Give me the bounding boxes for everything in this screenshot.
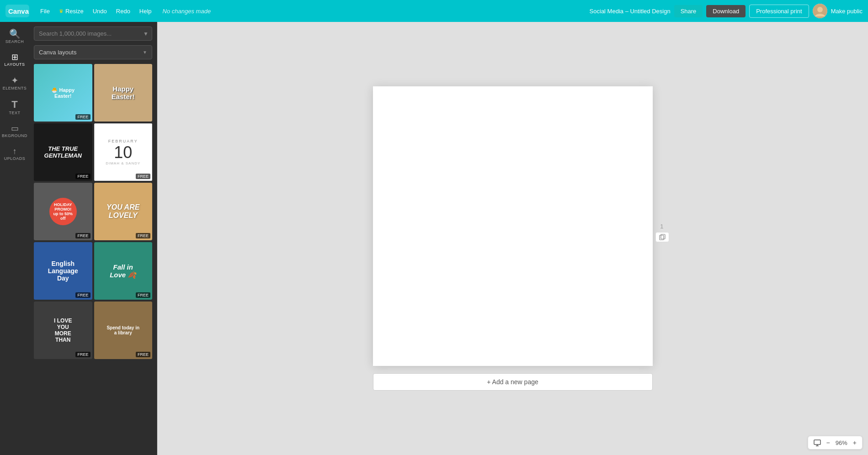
- uploads-icon: ↑: [13, 147, 17, 155]
- layout-filter-dropdown[interactable]: Canva layouts ▼: [34, 45, 152, 59]
- search-icon: 🔍: [9, 29, 21, 38]
- redo-button[interactable]: Redo: [112, 6, 134, 16]
- background-icon: ▭: [11, 124, 19, 132]
- template-english-day[interactable]: EnglishLanguageDay FREE: [34, 242, 92, 300]
- canvas-wrapper: 1 + Add a new page: [373, 86, 653, 391]
- save-status: No changes made: [163, 8, 211, 15]
- chevron-down-icon: ▼: [143, 50, 147, 55]
- zoom-level: 96%: [834, 439, 849, 446]
- templates-col-left: 🐣 HappyEaster! FREE THE TRUEGENTLEMAN FR…: [34, 64, 92, 450]
- project-title: Social Media – Untitled Design: [590, 8, 671, 15]
- free-badge: FREE: [75, 174, 90, 179]
- icon-sidebar: 🔍 SEARCH ⊞ LAYOUTS ✦ ELEMENTS T TEXT ▭ B…: [0, 22, 29, 455]
- free-badge: FREE: [136, 292, 150, 298]
- navbar-right: Social Media – Untitled Design Share Dow…: [590, 4, 863, 18]
- design-canvas[interactable]: [373, 86, 653, 366]
- free-badge: FREE: [136, 352, 150, 357]
- template-fall-in-love[interactable]: Fall inLove 🍂 FREE: [94, 242, 153, 300]
- sidebar-item-background[interactable]: ▭ BKGROUND: [2, 121, 27, 142]
- svg-rect-6: [814, 440, 820, 444]
- canvas-area: 1 + Add a new page: [157, 22, 868, 455]
- share-button[interactable]: Share: [674, 5, 703, 17]
- template-love[interactable]: I LOVEYOUMORETHAN FREE: [34, 302, 92, 359]
- free-badge: FREE: [75, 233, 90, 238]
- page-number: 1: [660, 223, 663, 230]
- templates-panel: ▼ Canva layouts ▼ 🐣 HappyEaster! FREE: [29, 22, 157, 455]
- undo-button[interactable]: Undo: [89, 6, 111, 16]
- crown-icon: ♛: [59, 8, 64, 14]
- print-button[interactable]: Professional print: [749, 5, 809, 18]
- free-badge: FREE: [75, 292, 90, 298]
- template-easter-colorful[interactable]: 🐣 HappyEaster! FREE: [34, 64, 92, 122]
- add-page-button[interactable]: + Add a new page: [373, 373, 653, 391]
- template-library[interactable]: Spend today ina library FREE: [94, 302, 153, 359]
- free-badge: FREE: [136, 174, 150, 179]
- svg-text:Canva: Canva: [8, 7, 29, 15]
- free-badge: FREE: [75, 352, 90, 357]
- sidebar-item-search[interactable]: 🔍 SEARCH: [2, 26, 27, 48]
- zoom-controls: − 96% +: [808, 436, 863, 450]
- free-badge: FREE: [75, 114, 90, 120]
- avatar[interactable]: [813, 4, 827, 18]
- present-button[interactable]: [812, 438, 823, 447]
- sidebar-item-layouts[interactable]: ⊞ LAYOUTS: [2, 49, 27, 70]
- svg-point-3: [817, 7, 823, 12]
- templates-grid: 🐣 HappyEaster! FREE THE TRUEGENTLEMAN FR…: [29, 64, 157, 455]
- template-february[interactable]: FEBRUARY 10 DIMAH & SANDY FREE: [94, 123, 153, 181]
- help-menu[interactable]: Help: [136, 6, 155, 16]
- make-public-button[interactable]: Make public: [831, 8, 863, 15]
- download-button[interactable]: Download: [706, 5, 746, 17]
- template-easter-photo[interactable]: HappyEaster!: [94, 64, 153, 122]
- sidebar-item-uploads[interactable]: ↑ UPLOADS: [2, 143, 27, 164]
- file-menu[interactable]: File: [37, 6, 53, 16]
- resize-menu[interactable]: ♛ Resize: [55, 6, 87, 16]
- text-icon: T: [11, 100, 17, 110]
- template-holiday-promo[interactable]: HOLIDAY PROMO!up to 50% off FREE: [34, 183, 92, 240]
- template-gentleman[interactable]: THE TRUEGENTLEMAN FREE: [34, 123, 92, 181]
- sidebar-item-text[interactable]: T TEXT: [2, 96, 27, 119]
- main-layout: 🔍 SEARCH ⊞ LAYOUTS ✦ ELEMENTS T TEXT ▭ B…: [0, 22, 868, 455]
- zoom-out-button[interactable]: −: [825, 438, 832, 447]
- navbar: Canva File ♛ Resize Undo Redo Help No ch…: [0, 0, 868, 22]
- canvas-container: 1: [373, 86, 653, 366]
- free-badge: FREE: [136, 233, 150, 238]
- search-input[interactable]: [34, 26, 152, 41]
- canva-logo[interactable]: Canva: [5, 5, 29, 17]
- search-container: ▼: [34, 26, 152, 41]
- zoom-in-button[interactable]: +: [851, 438, 858, 447]
- template-you-are-lovely[interactable]: YOU ARELOVELY FREE: [94, 183, 153, 240]
- templates-col-right: HappyEaster! FEBRUARY 10 DIMAH & SANDY F…: [94, 64, 153, 450]
- sidebar-item-elements[interactable]: ✦ ELEMENTS: [2, 72, 27, 94]
- elements-icon: ✦: [11, 76, 19, 85]
- layouts-icon: ⊞: [11, 53, 18, 61]
- duplicate-page-button[interactable]: [655, 232, 669, 242]
- navbar-menu: File ♛ Resize Undo Redo Help: [37, 6, 155, 16]
